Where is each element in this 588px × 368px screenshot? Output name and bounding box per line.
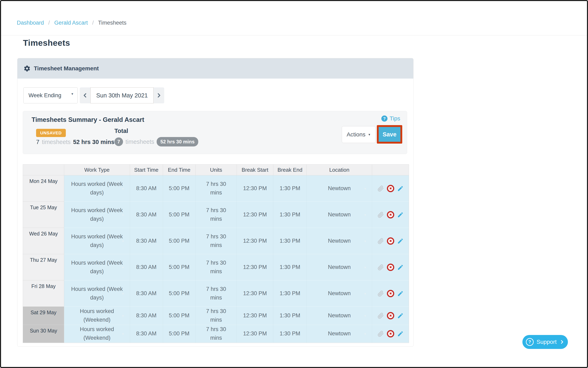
total-count-badge: 7 — [114, 138, 123, 146]
end-time-field[interactable]: 5:00 PM — [163, 175, 196, 202]
breadcrumb-separator: / — [92, 20, 94, 26]
start-time-field[interactable]: 8:30 AM — [130, 325, 163, 343]
start-time-field[interactable]: 8:30 AM — [130, 202, 163, 228]
delete-icon[interactable]: ✖ — [387, 185, 394, 192]
work-type-select[interactable]: Hours worked (Week days)▼ — [64, 254, 130, 280]
day-label-value: Sat 29 May — [31, 310, 56, 315]
period-select[interactable]: Week Ending ▼ — [23, 87, 78, 103]
paperclip-icon[interactable] — [377, 330, 384, 337]
break-end-field[interactable]: 1:30 PM — [273, 175, 307, 202]
location-select[interactable]: Newtown▼ — [307, 228, 372, 254]
edit-icon[interactable] — [397, 264, 404, 271]
delete-icon[interactable]: ✖ — [387, 312, 394, 319]
end-time-field-value: 5:00 PM — [169, 331, 190, 337]
paperclip-icon[interactable] — [377, 312, 384, 319]
row-actions: ✖ — [372, 202, 409, 228]
work-type-select[interactable]: Hours worked (Week days)▼ — [64, 202, 130, 228]
end-time-field[interactable]: 5:00 PM — [163, 202, 196, 228]
break-start-field[interactable]: 12:30 PM — [237, 325, 273, 343]
end-time-field[interactable]: 5:00 PM — [163, 228, 196, 254]
breadcrumb-employee[interactable]: Gerald Ascart — [54, 20, 88, 26]
total-count-unit: timesheets — [126, 138, 154, 145]
row-actions: ✖ — [372, 175, 409, 202]
end-time-field-value: 5:00 PM — [169, 264, 190, 270]
day-label: Sat 29 May — [23, 307, 64, 325]
timesheet-table: Work Type Start Time End Time Units Brea… — [23, 164, 409, 343]
break-start-field[interactable]: 12:30 PM — [237, 254, 273, 280]
location-select[interactable]: Newtown▼ — [307, 307, 372, 325]
edit-icon[interactable] — [397, 331, 404, 337]
save-button[interactable]: Save — [379, 127, 400, 142]
delete-icon[interactable]: ✖ — [387, 211, 394, 219]
day-label: Mon 24 May — [23, 175, 64, 202]
work-type-select[interactable]: Hours worked (Week days)▼ — [64, 228, 130, 254]
paperclip-icon[interactable] — [377, 238, 384, 245]
support-button[interactable]: ? Support — [522, 335, 568, 349]
break-end-field-value: 1:30 PM — [280, 290, 300, 296]
delete-icon[interactable]: ✖ — [387, 264, 394, 271]
units-value: 7 hrs 30 mins — [196, 228, 237, 254]
work-type-select[interactable]: Hours worked (Week days)▼ — [64, 175, 130, 202]
paperclip-icon[interactable] — [377, 264, 384, 271]
breadcrumb-dashboard[interactable]: Dashboard — [17, 20, 44, 26]
work-type-select[interactable]: Hours worked (Week days)▼ — [64, 280, 130, 307]
break-end-field[interactable]: 1:30 PM — [273, 280, 307, 307]
break-start-field[interactable]: 12:30 PM — [237, 175, 273, 202]
next-week-button[interactable] — [154, 87, 164, 103]
location-select[interactable]: Newtown▼ — [307, 202, 372, 228]
break-end-field[interactable]: 1:30 PM — [273, 325, 307, 343]
location-select[interactable]: Newtown▼ — [307, 325, 372, 343]
break-end-field-value: 1:30 PM — [280, 185, 300, 191]
edit-icon[interactable] — [397, 290, 404, 297]
paperclip-icon[interactable] — [377, 185, 384, 192]
tips-link[interactable]: ? Tips — [381, 115, 400, 122]
break-start-field[interactable]: 12:30 PM — [237, 307, 273, 325]
break-start-field[interactable]: 12:30 PM — [237, 228, 273, 254]
end-time-field-value: 5:00 PM — [169, 313, 190, 319]
delete-icon[interactable]: ✖ — [387, 237, 394, 245]
start-time-field-value: 8:30 AM — [136, 290, 156, 296]
start-time-field-value: 8:30 AM — [136, 313, 156, 319]
paperclip-icon[interactable] — [377, 290, 384, 297]
prev-week-button[interactable] — [80, 87, 90, 103]
break-end-field[interactable]: 1:30 PM — [273, 254, 307, 280]
delete-icon[interactable]: ✖ — [387, 290, 394, 297]
start-time-field[interactable]: 8:30 AM — [130, 175, 163, 202]
edit-icon[interactable] — [397, 238, 404, 244]
units-value-value: 7 hrs 30 mins — [206, 308, 226, 323]
delete-icon[interactable]: ✖ — [387, 330, 394, 337]
start-time-field[interactable]: 8:30 AM — [130, 254, 163, 280]
chevron-down-icon: ▼ — [122, 292, 125, 296]
break-end-field[interactable]: 1:30 PM — [273, 307, 307, 325]
work-type-select[interactable]: Hours worked (Weekend)▼ — [64, 325, 130, 343]
actions-dropdown-button[interactable]: Actions ▼ — [342, 126, 376, 143]
break-start-field[interactable]: 12:30 PM — [237, 280, 273, 307]
support-label: Support — [536, 339, 557, 345]
day-label: Thu 27 May — [23, 254, 64, 280]
break-end-field[interactable]: 1:30 PM — [273, 202, 307, 228]
location-select[interactable]: Newtown▼ — [307, 280, 372, 307]
location-select[interactable]: Newtown▼ — [307, 175, 372, 202]
edit-icon[interactable] — [397, 313, 404, 319]
end-time-field[interactable]: 5:00 PM — [163, 307, 196, 325]
break-end-field[interactable]: 1:30 PM — [273, 228, 307, 254]
location-select[interactable]: Newtown▼ — [307, 254, 372, 280]
paperclip-icon[interactable] — [377, 211, 384, 218]
start-time-field[interactable]: 8:30 AM — [130, 228, 163, 254]
start-time-field[interactable]: 8:30 AM — [130, 280, 163, 307]
week-ending-date-field[interactable]: Sun 30th May 2021 — [90, 87, 154, 103]
break-start-field-value: 12:30 PM — [243, 212, 267, 218]
status-badge: UNSAVED — [36, 129, 66, 137]
edit-icon[interactable] — [397, 212, 404, 218]
end-time-field[interactable]: 5:00 PM — [163, 325, 196, 343]
row-actions: ✖ — [372, 254, 409, 280]
start-time-field[interactable]: 8:30 AM — [130, 307, 163, 325]
chevron-down-icon: ▼ — [368, 133, 371, 136]
break-start-field[interactable]: 12:30 PM — [237, 202, 273, 228]
chevron-down-icon: ▼ — [364, 266, 367, 270]
work-type-select[interactable]: Hours worked (Weekend)▼ — [64, 307, 130, 325]
units-value-value: 7 hrs 30 mins — [206, 207, 226, 222]
end-time-field[interactable]: 5:00 PM — [163, 280, 196, 307]
edit-icon[interactable] — [397, 185, 404, 192]
end-time-field[interactable]: 5:00 PM — [163, 254, 196, 280]
